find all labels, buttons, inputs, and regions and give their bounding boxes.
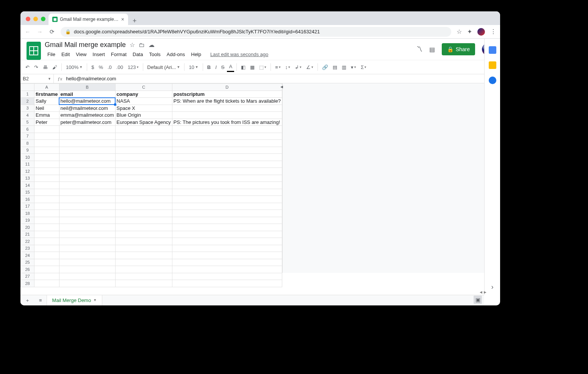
cell-D8[interactable] — [172, 140, 282, 147]
cell-C12[interactable] — [115, 168, 172, 175]
row-header-4[interactable]: 4 — [21, 112, 34, 119]
cell-D20[interactable] — [172, 224, 282, 231]
row-header-5[interactable]: 5 — [21, 119, 34, 126]
cell-B10[interactable] — [59, 154, 115, 161]
cell-A1[interactable]: firstname — [34, 91, 59, 98]
cell-C28[interactable] — [115, 280, 172, 287]
cell-B2[interactable]: hello@mailmeteor.com — [59, 98, 115, 105]
empty-grid-area[interactable] — [282, 83, 500, 273]
close-window[interactable] — [26, 17, 30, 21]
cell-A24[interactable] — [34, 252, 59, 259]
row-header-19[interactable]: 19 — [21, 217, 34, 224]
borders-button[interactable]: ▦ — [248, 63, 256, 72]
last-edit-link[interactable]: Last edit was seconds ago — [208, 50, 271, 58]
cell-D16[interactable] — [172, 196, 282, 203]
chart-button[interactable]: ▥ — [340, 63, 348, 72]
cell-B27[interactable] — [59, 273, 115, 280]
font-size-select[interactable]: 10▼ — [187, 63, 200, 72]
menu-help[interactable]: Help — [188, 50, 204, 58]
decrease-decimal-button[interactable]: .0 — [106, 63, 114, 72]
cell-C22[interactable] — [115, 238, 172, 245]
row-header-15[interactable]: 15 — [21, 189, 34, 196]
name-box[interactable]: B2▼ — [20, 74, 54, 83]
cell-C9[interactable] — [115, 147, 172, 154]
close-tab-icon[interactable]: × — [121, 16, 124, 22]
url-bar[interactable]: 🔒 docs.google.com/spreadsheets/d/1RAJPfe… — [61, 27, 451, 37]
cell-C18[interactable] — [115, 210, 172, 217]
cell-A19[interactable] — [34, 217, 59, 224]
cloud-status-icon[interactable]: ☁ — [149, 41, 155, 49]
row-header-10[interactable]: 10 — [21, 154, 34, 161]
row-header-12[interactable]: 12 — [21, 168, 34, 175]
cell-C5[interactable]: European Space Agency — [115, 119, 172, 126]
cell-D3[interactable] — [172, 105, 282, 112]
cell-C17[interactable] — [115, 203, 172, 210]
h-scroll-buttons[interactable]: ◀▶ — [480, 290, 486, 294]
menu-view[interactable]: View — [73, 50, 89, 58]
sheet-tab-menu-icon[interactable]: ▼ — [93, 298, 97, 302]
col-header-D[interactable]: D — [172, 84, 282, 91]
row-header-16[interactable]: 16 — [21, 196, 34, 203]
merge-cells-button[interactable]: ⬚▾ — [257, 63, 268, 72]
row-header-11[interactable]: 11 — [21, 161, 34, 168]
hide-side-panel-icon[interactable]: › — [491, 283, 494, 291]
browser-tab[interactable]: ▦ Gmail Mail merge example - Go × — [48, 14, 128, 25]
all-sheets-button[interactable]: ≡ — [34, 297, 47, 303]
cell-C21[interactable] — [115, 231, 172, 238]
rotate-button[interactable]: ∠▾ — [304, 63, 315, 72]
row-header-25[interactable]: 25 — [21, 259, 34, 266]
cell-D25[interactable] — [172, 259, 282, 266]
menu-file[interactable]: File — [45, 50, 58, 58]
back-button[interactable]: ← — [24, 28, 31, 35]
sheet-tab[interactable]: Mail Merge Demo▼ — [47, 295, 103, 305]
maximize-window[interactable] — [41, 17, 45, 21]
add-sheet-button[interactable]: ＋ — [20, 297, 34, 304]
cell-A13[interactable] — [34, 175, 59, 182]
cell-B17[interactable] — [59, 203, 115, 210]
cell-A12[interactable] — [34, 168, 59, 175]
forward-button[interactable]: → — [36, 28, 43, 35]
link-button[interactable]: 🔗 — [320, 63, 330, 72]
cell-C7[interactable] — [115, 133, 172, 140]
row-header-23[interactable]: 23 — [21, 245, 34, 252]
cell-A2[interactable]: Sally — [34, 98, 59, 105]
document-title[interactable]: Gmail Mail merge example — [45, 41, 126, 49]
percent-button[interactable]: % — [97, 63, 105, 72]
row-header-21[interactable]: 21 — [21, 231, 34, 238]
explore-button[interactable]: ▣ — [474, 296, 482, 304]
redo-button[interactable]: ↷ — [32, 63, 40, 72]
cell-C13[interactable] — [115, 175, 172, 182]
row-header-8[interactable]: 8 — [21, 140, 34, 147]
cell-B18[interactable] — [59, 210, 115, 217]
cell-A28[interactable] — [34, 280, 59, 287]
cell-A10[interactable] — [34, 154, 59, 161]
menu-tools[interactable]: Tools — [146, 50, 163, 58]
fill-color-button[interactable]: ◧ — [239, 63, 247, 72]
cell-C24[interactable] — [115, 252, 172, 259]
cell-A3[interactable]: Neil — [34, 105, 59, 112]
cell-C15[interactable] — [115, 189, 172, 196]
row-header-1[interactable]: 1 — [21, 91, 34, 98]
strike-button[interactable]: S — [219, 63, 227, 72]
cell-C11[interactable] — [115, 161, 172, 168]
row-header-28[interactable]: 28 — [21, 280, 34, 287]
cell-D9[interactable] — [172, 147, 282, 154]
cell-D1[interactable]: postscriptum — [172, 91, 282, 98]
cell-D12[interactable] — [172, 168, 282, 175]
cell-B13[interactable] — [59, 175, 115, 182]
cell-C2[interactable]: NASA — [115, 98, 172, 105]
cell-C8[interactable] — [115, 140, 172, 147]
cell-A27[interactable] — [34, 273, 59, 280]
cell-D14[interactable] — [172, 182, 282, 189]
increase-decimal-button[interactable]: .00 — [114, 63, 125, 72]
menu-edit[interactable]: Edit — [59, 50, 72, 58]
undo-button[interactable]: ↶ — [23, 63, 31, 72]
cell-B12[interactable] — [59, 168, 115, 175]
minimize-window[interactable] — [33, 17, 38, 21]
column-d-expand-icon[interactable]: ◀ — [280, 85, 283, 89]
star-icon[interactable]: ☆ — [130, 41, 135, 49]
cell-B4[interactable]: emma@mailmeteor.com — [59, 112, 115, 119]
new-tab-button[interactable]: + — [128, 17, 141, 25]
cell-D13[interactable] — [172, 175, 282, 182]
h-align-button[interactable]: ≡▾ — [273, 63, 283, 72]
